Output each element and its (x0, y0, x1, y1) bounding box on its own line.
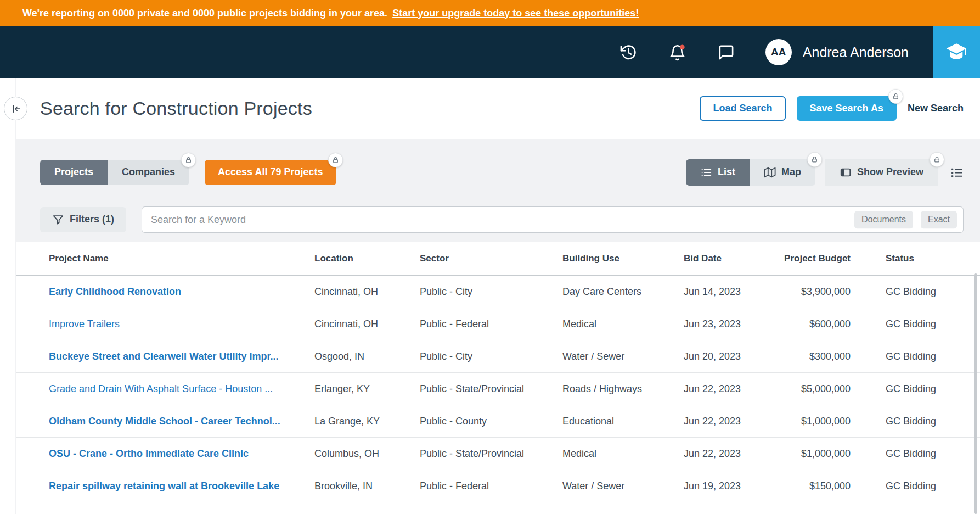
project-name-cell: Oldham County Middle School - Career Tec… (16, 416, 314, 427)
project-status: GC Bidding (851, 351, 980, 362)
load-search-button[interactable]: Load Search (700, 96, 785, 121)
project-name-link[interactable]: Buckeye Street and Clearwell Water Utili… (49, 351, 278, 362)
map-wrap: Map (750, 159, 815, 186)
page-title: Search for Construction Projects (40, 98, 700, 119)
collapse-sidebar-button[interactable] (4, 97, 27, 120)
show-preview-wrap: Show Preview (815, 159, 938, 186)
table-body: Early Childhood Renovation Cincinnati, O… (16, 276, 980, 502)
project-name-cell: Early Childhood Renovation (16, 286, 314, 298)
project-sector: Public - County (420, 416, 562, 427)
col-bid-date: Bid Date (684, 253, 774, 264)
project-status: GC Bidding (851, 448, 980, 460)
collapse-left-icon (10, 103, 21, 114)
notification-dot (680, 44, 685, 49)
project-bid-date: Jun 19, 2023 (684, 481, 774, 492)
lock-icon (332, 157, 339, 164)
map-view-button[interactable]: Map (750, 159, 815, 186)
project-sector: Public - State/Provincial (420, 448, 562, 460)
banner-text: We're reporting on 0000 private and 0000… (22, 8, 387, 19)
map-label: Map (781, 167, 801, 178)
project-location: Cincinnati, OH (314, 319, 420, 330)
project-building-use: Educational (562, 416, 684, 427)
access-all-wrap: Access All 79 Projects (197, 160, 336, 185)
project-name-link[interactable]: Repair spillway retaining wall at Brooke… (49, 481, 279, 491)
new-search-link[interactable]: New Search (908, 103, 964, 114)
project-name-cell: Improve Trailers (16, 319, 314, 330)
lock-badge (328, 153, 343, 167)
upgrade-link[interactable]: Start your upgrade today to see these op… (392, 8, 639, 19)
avatar-initials: AA (771, 46, 786, 58)
search-input[interactable] (142, 206, 964, 233)
project-budget: $600,000 (774, 319, 851, 330)
project-location: La Grange, KY (314, 416, 420, 427)
project-status: GC Bidding (851, 481, 980, 492)
project-bid-date: Jun 23, 2023 (684, 319, 774, 330)
table-header-row: Project Name Location Sector Building Us… (16, 242, 980, 276)
chat-button[interactable] (718, 44, 735, 61)
project-location: Cincinnati, OH (314, 286, 420, 298)
col-project-name: Project Name (16, 253, 314, 264)
show-preview-button[interactable]: Show Preview (825, 159, 938, 186)
col-status: Status (851, 253, 980, 264)
col-location: Location (314, 253, 420, 264)
project-name-link[interactable]: OSU - Crane - Ortho Immediate Care Clini… (49, 448, 249, 459)
results-table: Project Name Location Sector Building Us… (16, 242, 980, 514)
page-body: Search for Construction Projects Load Se… (0, 78, 980, 514)
exact-toggle[interactable]: Exact (921, 211, 957, 228)
project-status: GC Bidding (851, 319, 980, 330)
table-row: Early Childhood Renovation Cincinnati, O… (16, 276, 980, 308)
col-project-budget: Project Budget (774, 253, 851, 264)
table-row: Repair spillway retaining wall at Brooke… (16, 470, 980, 502)
project-status: GC Bidding (851, 286, 980, 298)
project-sector: Public - Federal (420, 481, 562, 492)
tab-companies[interactable]: Companies (108, 160, 189, 185)
project-budget: $3,900,000 (774, 286, 851, 298)
project-location: Osgood, IN (314, 351, 420, 362)
project-status: GC Bidding (851, 416, 980, 427)
project-budget: $5,000,000 (774, 383, 851, 395)
documents-toggle[interactable]: Documents (854, 211, 913, 228)
search-toggles: Documents Exact (854, 211, 957, 228)
list-view-button[interactable]: List (686, 159, 750, 186)
notifications-button[interactable] (669, 44, 686, 61)
table-row: Buckeye Street and Clearwell Water Utili… (16, 340, 980, 373)
project-location: Erlanger, KY (314, 383, 420, 395)
filters-label: Filters (1) (70, 214, 114, 225)
vertical-scrollbar[interactable] (974, 273, 977, 514)
display-options-button[interactable] (950, 166, 964, 180)
project-budget: $150,000 (774, 481, 851, 492)
graduation-cap-icon (945, 41, 967, 63)
learning-center-button[interactable] (933, 26, 980, 78)
project-building-use: Day Care Centers (562, 286, 684, 298)
save-search-as-button[interactable]: Save Search As (797, 96, 897, 121)
project-name-link[interactable]: Improve Trailers (49, 319, 120, 329)
upgrade-banner: We're reporting on 0000 private and 0000… (0, 0, 980, 26)
table-row: Improve Trailers Cincinnati, OH Public -… (16, 308, 980, 340)
project-name-link[interactable]: Early Childhood Renovation (49, 286, 181, 297)
project-budget: $1,000,000 (774, 416, 851, 427)
left-rail (0, 78, 15, 514)
header-actions: Load Search Save Search As New Search (700, 96, 964, 121)
user-name[interactable]: Andrea Anderson (803, 44, 909, 60)
avatar[interactable]: AA (765, 39, 792, 65)
bell-icon (669, 44, 686, 61)
keyword-search: Documents Exact (142, 206, 964, 233)
table-row: OSU - Crane - Ortho Immediate Care Clini… (16, 438, 980, 470)
filters-button[interactable]: Filters (1) (40, 207, 126, 232)
toolbar-row: Projects Companies Access All 79 Project… (40, 159, 964, 186)
list-label: List (718, 167, 735, 178)
preview-panel-icon (840, 166, 852, 178)
tab-projects[interactable]: Projects (40, 160, 108, 185)
lock-badge (181, 153, 196, 167)
table-row: Grade and Drain With Asphalt Surface - H… (16, 373, 980, 405)
col-building-use: Building Use (562, 253, 684, 264)
project-name-link[interactable]: Grade and Drain With Asphalt Surface - H… (49, 383, 273, 394)
project-building-use: Medical (562, 448, 684, 460)
table-density-icon (950, 166, 964, 180)
history-button[interactable] (620, 44, 637, 61)
project-name-cell: Grade and Drain With Asphalt Surface - H… (16, 383, 314, 395)
access-all-projects-button[interactable]: Access All 79 Projects (205, 160, 336, 185)
view-group: List Map (686, 159, 964, 186)
project-name-link[interactable]: Oldham County Middle School - Career Tec… (49, 416, 280, 427)
companies-wrap: Companies (108, 160, 189, 185)
